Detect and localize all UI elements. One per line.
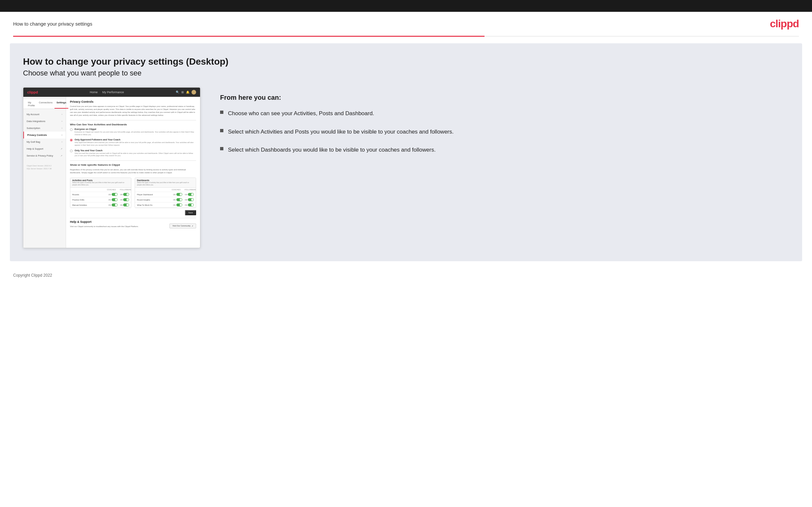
bullet-square <box>220 111 223 114</box>
toggle-work-coaches[interactable] <box>176 204 182 207</box>
activities-table: Activities and Posts Select the types of… <box>70 177 132 208</box>
toggle-insights-followers[interactable] <box>188 198 194 201</box>
mockup-sidebar: My Profile Connections Settings My Accou… <box>23 97 66 248</box>
save-row: Save <box>70 208 196 217</box>
section-description: Control how you and your data appears to… <box>70 105 196 117</box>
chevron-icon: › <box>61 120 62 123</box>
footer: Copyright Clippd 2022 <box>0 268 812 283</box>
top-bar <box>0 0 812 12</box>
logo: clippd <box>770 18 799 30</box>
mockup-main-panel: Privacy Controls Control how you and you… <box>66 97 200 248</box>
toggle-insights-coaches[interactable] <box>176 198 182 201</box>
show-hide-description: Regardless of the privacy controls that … <box>70 168 196 174</box>
toggle-row-what-to-work: What To Work On ON ON <box>135 203 196 208</box>
content-row: clippd Home My Performance 🔍 ⊞ 🔔 <box>23 87 789 248</box>
toggle-manual-followers[interactable] <box>123 204 129 207</box>
sidebar-item-subscription[interactable]: Subscription › <box>23 125 66 131</box>
toggle-tables: Activities and Posts Select the types of… <box>70 177 196 208</box>
toggle-work-followers[interactable] <box>188 204 194 207</box>
toggle-row-manual: Manual Activities ON ON <box>70 203 131 208</box>
toggle-manual-coaches[interactable] <box>112 204 117 207</box>
bullet-text-1: Choose who can see your Activities, Post… <box>228 109 374 118</box>
radio-approved-followers[interactable]: Only Approved Followers and Your Coach O… <box>70 138 196 146</box>
toggle-row-practice-drills: Practice Drills ON ON <box>70 197 131 203</box>
copyright-text: Copyright Clippd 2022 <box>13 273 52 278</box>
header-title: How to change your privacy settings <box>13 21 92 26</box>
screenshot-container: clippd Home My Performance 🔍 ⊞ 🔔 <box>23 87 200 248</box>
who-can-see-title: Who Can See Your Activities and Dashboar… <box>70 123 196 126</box>
toggle-player-followers[interactable] <box>188 193 194 196</box>
dashboards-table: Dashboards Select the types of activity … <box>135 177 196 208</box>
help-row: Help & Support Visit our Clippd communit… <box>70 218 196 233</box>
sidebar-item-my-account[interactable]: My Account › <box>23 111 66 118</box>
divider <box>70 120 196 120</box>
chevron-icon: › <box>61 133 62 136</box>
save-button[interactable]: Save <box>185 210 196 215</box>
show-hide-title: Show or hide specific features in Clippd <box>70 163 196 166</box>
bell-icon[interactable]: 🔔 <box>186 91 190 94</box>
radio-button-selected[interactable] <box>70 139 72 142</box>
toggle-rounds-coaches[interactable] <box>112 193 117 196</box>
toggle-drills-coaches[interactable] <box>112 198 117 201</box>
help-desc: Visit our Clippd community to troublesho… <box>70 225 139 228</box>
app-mockup: clippd Home My Performance 🔍 ⊞ 🔔 <box>23 87 200 248</box>
sidebar-item-my-golf-bag[interactable]: My Golf Bag › <box>23 138 66 146</box>
toggle-row-round-insights: Round Insights ON ON <box>135 197 196 203</box>
header: How to change your privacy settings clip… <box>0 12 812 36</box>
dashboards-col-headers: COACHES FOLLOWERS <box>135 188 196 192</box>
radio-only-you[interactable]: Only You and Your Coach Only you and the… <box>70 149 196 157</box>
dashboards-header: Dashboards Select the types of activity … <box>135 178 196 188</box>
bullet-square <box>220 147 223 150</box>
mockup-nav: clippd Home My Performance 🔍 ⊞ 🔔 <box>23 88 200 97</box>
tab-my-profile[interactable]: My Profile <box>26 100 37 109</box>
sidebar-item-privacy-controls[interactable]: Privacy Controls › <box>23 131 66 138</box>
radio-button[interactable] <box>70 150 72 152</box>
mockup-nav-icons: 🔍 ⊞ 🔔 <box>176 90 196 95</box>
mockup-logo: clippd <box>27 90 38 94</box>
sidebar-item-help-support[interactable]: Help & Support ↗ <box>23 146 66 152</box>
bullet-item-3: Select which Dashboards you would like t… <box>220 146 789 154</box>
radio-everyone[interactable]: Everyone on Clippd Everyone on Clippd ca… <box>70 128 196 136</box>
help-title: Help & Support <box>70 220 139 223</box>
toggle-rounds-followers[interactable] <box>123 193 129 196</box>
external-link-icon: ↗ <box>60 148 62 150</box>
right-panel-heading: From here you can: <box>220 94 789 101</box>
chevron-icon: › <box>61 113 62 116</box>
external-link-icon: ↗ <box>60 155 62 157</box>
main-content: How to change your privacy settings (Des… <box>10 43 802 261</box>
chevron-icon: › <box>61 127 62 130</box>
visit-community-button[interactable]: Visit Our Community ↗ <box>169 223 196 228</box>
bullet-list: Choose who can see your Activities, Post… <box>220 109 789 154</box>
grid-icon[interactable]: ⊞ <box>181 91 184 94</box>
external-link-icon: ↗ <box>192 225 193 227</box>
radio-group: Everyone on Clippd Everyone on Clippd ca… <box>70 128 196 157</box>
mockup-nav-home[interactable]: Home <box>90 91 98 94</box>
avatar[interactable] <box>192 90 196 95</box>
version-info: Clippd Client Version: 2022.8.2SQL Serve… <box>23 162 66 172</box>
section-title: Privacy Controls <box>70 100 196 103</box>
divider-2 <box>70 161 196 161</box>
toggle-row-rounds: Rounds ON ON <box>70 192 131 197</box>
chevron-icon: › <box>61 140 62 144</box>
tab-connections[interactable]: Connections <box>37 100 55 109</box>
toggle-player-coaches[interactable] <box>176 193 182 196</box>
mockup-nav-links: Home My Performance <box>90 91 124 94</box>
radio-button[interactable] <box>70 128 72 131</box>
page-heading: How to change your privacy settings (Des… <box>23 56 789 77</box>
mockup-tab-bar: My Profile Connections Settings <box>23 100 66 109</box>
toggle-row-player-dashboard: Player Dashboard ON ON <box>135 192 196 197</box>
activities-col-headers: COACHES FOLLOWERS <box>70 188 131 192</box>
toggle-drills-followers[interactable] <box>123 198 129 201</box>
right-panel: From here you can: Choose who can see yo… <box>213 87 789 154</box>
sidebar-item-service-privacy[interactable]: Service & Privacy Policy ↗ <box>23 152 66 159</box>
bullet-item-2: Select which Activities and Posts you wo… <box>220 128 789 136</box>
bullet-text-2: Select which Activities and Posts you wo… <box>228 128 454 136</box>
mockup-nav-performance[interactable]: My Performance <box>102 91 124 94</box>
sidebar-item-data-integrations[interactable]: Data Integrations › <box>23 118 66 125</box>
bullet-item-1: Choose who can see your Activities, Post… <box>220 109 789 118</box>
search-icon[interactable]: 🔍 <box>176 91 180 94</box>
bullet-square <box>220 129 223 132</box>
mockup-body: My Profile Connections Settings My Accou… <box>23 97 200 248</box>
header-divider <box>13 36 799 37</box>
activities-header: Activities and Posts Select the types of… <box>70 178 131 188</box>
